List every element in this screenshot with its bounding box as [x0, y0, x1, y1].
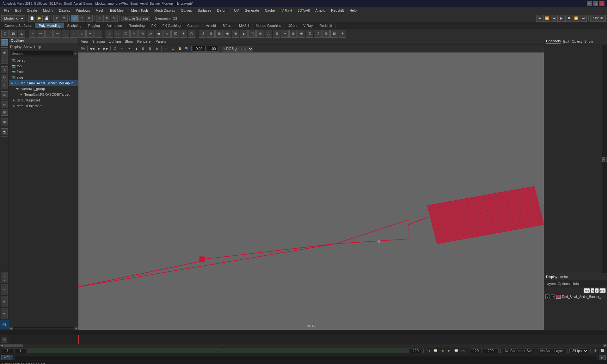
geo-btn[interactable]: ✦	[180, 30, 187, 38]
select-tool-btn[interactable]: ⬡	[1, 30, 9, 38]
fps-select[interactable]: 24 fps	[569, 348, 588, 353]
menu-modify[interactable]: Modify	[40, 7, 56, 14]
search-arrow-icon[interactable]: ▼	[74, 52, 77, 55]
insert-loop-btn[interactable]: ⊞	[322, 30, 330, 38]
current-frame-field[interactable]	[2, 348, 13, 353]
curve5-btn[interactable]: ⌗	[95, 30, 102, 38]
tab-redshift[interactable]: Redshift	[316, 23, 335, 28]
ep-curve-btn[interactable]: 〜	[37, 30, 45, 38]
scroll-left-btn[interactable]: ◀	[9, 327, 13, 330]
vp-pan-btn[interactable]: ✋	[177, 46, 183, 52]
viewport-canvas[interactable]: persp	[78, 52, 544, 330]
tree-item-camera-group[interactable]: 📷 camera1_group	[9, 86, 78, 92]
outliner-menu-show[interactable]: Show	[23, 45, 32, 49]
tab-custom[interactable]: Custom	[184, 23, 203, 28]
tab-rigging[interactable]: Rigging	[85, 23, 103, 28]
minimize-button[interactable]: ─	[587, 1, 592, 6]
vp-menu-view[interactable]: View	[80, 39, 90, 43]
scroll-thumb[interactable]	[4, 344, 23, 347]
cam-tools-btn[interactable]: 📷	[1, 128, 8, 135]
paint-select-button[interactable]: ⊕	[86, 15, 93, 22]
tree-item-persp[interactable]: 📷 persp	[9, 58, 78, 63]
scroll-right-btn[interactable]: ▶	[603, 344, 607, 347]
ch-tab-show[interactable]: Show	[584, 39, 593, 43]
tree-item-side[interactable]: 📷 side	[9, 75, 78, 80]
menu-mesh[interactable]: Mesh	[93, 7, 107, 14]
cylinder-btn[interactable]: ⬡	[122, 30, 130, 38]
menu-edit-mesh[interactable]: Edit Mesh	[107, 7, 128, 14]
flip-btn[interactable]: ⇅	[306, 30, 313, 38]
timeline-scrollbar[interactable]: ◀ ▶	[0, 344, 607, 347]
menu-create[interactable]: Create	[24, 7, 40, 14]
menu-curves[interactable]: Curves	[178, 7, 194, 14]
vp-wireframe-btn[interactable]: ⬡	[112, 46, 118, 52]
merge-btn[interactable]: ⊕	[289, 30, 297, 38]
range-end-field[interactable]	[410, 348, 421, 353]
vp-smooth-btn[interactable]: ○	[119, 46, 125, 52]
lasso-select-btn[interactable]: ⊾	[18, 30, 25, 38]
fill-btn[interactable]: ⊗	[232, 30, 239, 38]
tree-item-default-object-set[interactable]: ◈ defaultObjectSet	[9, 103, 78, 109]
tree-item-front[interactable]: 📷 front	[9, 69, 78, 75]
scale-button[interactable]: ⤡	[111, 15, 118, 22]
prev-frame-button[interactable]: ⏪	[543, 15, 550, 22]
open-file-button[interactable]: 📂	[36, 15, 43, 22]
snap-grid-btn[interactable]: ⊞	[1, 118, 8, 125]
vp-light-btn[interactable]: ☀	[126, 46, 132, 52]
extrude-btn[interactable]: ⊞	[207, 30, 215, 38]
menu-generate[interactable]: Generate	[242, 7, 262, 14]
help-btn[interactable]: Help	[572, 282, 579, 286]
plane-btn[interactable]: ▱	[147, 30, 154, 38]
anim-end-left-field[interactable]	[470, 348, 481, 353]
vp-gamma-select[interactable]: sRGB gamma	[222, 46, 253, 52]
skip-back-button[interactable]: ⏮	[536, 15, 543, 22]
workspace-dropdown[interactable]: Modeling	[1, 15, 25, 21]
paint-wt-btn[interactable]: ⊟	[1, 109, 8, 116]
next-frame-button[interactable]: ⏩	[573, 15, 579, 22]
tree-item-tempcam[interactable]: ✦ TempCamFBXASC046Target	[9, 92, 78, 97]
display-btn-4[interactable]: ⊕	[1, 308, 8, 319]
menu-surfaces[interactable]: Surfaces	[195, 7, 214, 14]
append-btn[interactable]: ⊕	[224, 30, 231, 38]
redo-button[interactable]: ↷	[61, 15, 68, 22]
arc2-btn[interactable]: ⌢	[70, 30, 77, 38]
ch-tab-edit[interactable]: Edit	[563, 39, 569, 43]
pencil-btn[interactable]: ✏	[53, 30, 61, 38]
loop-select-btn[interactable]: ⊕	[1, 49, 8, 56]
pb-skip-end-btn[interactable]: ⏭	[460, 348, 466, 354]
vp-menu-lighting[interactable]: Lighting	[107, 39, 122, 43]
outliner-hscroll[interactable]: ◀ ▶	[9, 327, 78, 330]
lasso-button[interactable]: ⊡	[78, 15, 85, 22]
tab-sculpting[interactable]: Sculpting	[64, 23, 85, 28]
vp-prev-frame-btn[interactable]: ◀◀	[89, 46, 95, 52]
layer-visibility-v[interactable]: V	[545, 294, 549, 299]
detach-btn[interactable]: ✂	[281, 30, 289, 38]
outliner-search-input[interactable]	[10, 51, 73, 56]
vp-zoom-btn[interactable]: 🔍	[184, 46, 190, 52]
new-file-button[interactable]: 📄	[28, 15, 35, 22]
layer-arrow-4[interactable]: ▶▶	[599, 288, 606, 293]
tab-vray[interactable]: V-Ray	[300, 23, 316, 28]
collapse-btn[interactable]: ⊛	[297, 30, 305, 38]
tab-xgen[interactable]: XGen	[285, 23, 300, 28]
tree-item-default-light-set[interactable]: ◈ defaultLightSet	[9, 97, 78, 103]
menu-help[interactable]: Help	[347, 7, 359, 14]
curve4-btn[interactable]: ⌖	[86, 30, 94, 38]
menu-cache[interactable]: Cache	[262, 7, 278, 14]
wedge-btn[interactable]: ◭	[240, 30, 248, 38]
layers-btn[interactable]: Layers	[545, 282, 556, 286]
mel-input[interactable]	[14, 355, 598, 360]
timeline-area[interactable]: ◀	[0, 335, 607, 344]
vp-shadow-btn[interactable]: ◑	[133, 46, 139, 52]
tab-rendering[interactable]: Rendering	[126, 23, 148, 28]
arc-btn[interactable]: ⌣	[62, 30, 69, 38]
vp-menu-show[interactable]: Show	[124, 39, 135, 43]
tab-fx-caching[interactable]: FX Caching	[159, 23, 184, 28]
vp-grid-btn[interactable]: ⊟	[147, 46, 153, 52]
layer-visibility-p[interactable]: P	[551, 294, 555, 299]
layer-arrow-1[interactable]: ◀◀	[584, 288, 590, 293]
menu-arnold[interactable]: Arnold	[313, 7, 328, 14]
menu-redshift[interactable]: Redshift	[328, 7, 346, 14]
vp-hud-btn[interactable]: ⊕	[154, 46, 160, 52]
triangulate-btn[interactable]: △	[265, 30, 272, 38]
